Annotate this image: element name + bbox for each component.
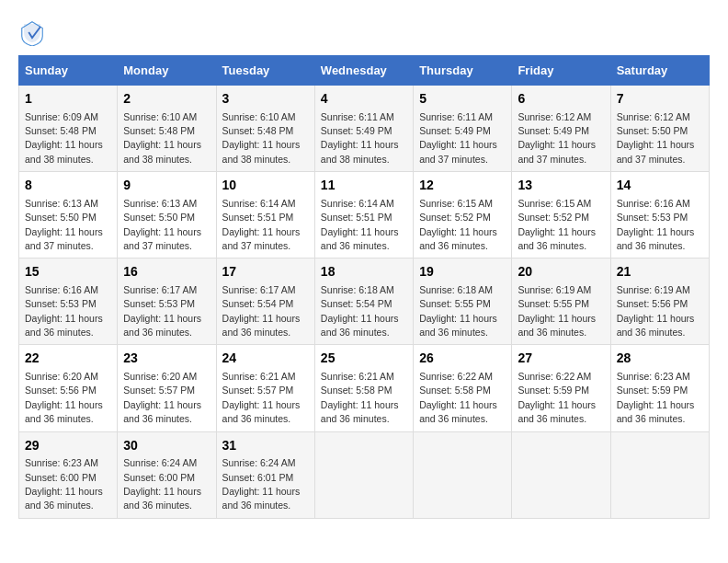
calendar-cell xyxy=(314,431,413,518)
calendar-cell: 2Sunrise: 6:10 AMSunset: 5:48 PMDaylight… xyxy=(118,86,216,172)
column-header-monday: Monday xyxy=(118,56,216,86)
daylight-text: Daylight: 11 hours and 36 minutes. xyxy=(123,486,201,511)
day-number: 28 xyxy=(617,350,703,368)
week-row-4: 22Sunrise: 6:20 AMSunset: 5:56 PMDayligh… xyxy=(19,345,710,431)
day-number: 25 xyxy=(321,350,407,368)
sunrise-text: Sunrise: 6:15 AM xyxy=(419,198,493,209)
week-row-5: 29Sunrise: 6:23 AMSunset: 6:00 PMDayligh… xyxy=(19,431,710,518)
daylight-text: Daylight: 11 hours and 36 minutes. xyxy=(321,313,399,338)
day-number: 21 xyxy=(617,263,703,282)
day-number: 29 xyxy=(25,437,111,455)
calendar-cell: 12Sunrise: 6:15 AMSunset: 5:52 PMDayligh… xyxy=(414,172,512,259)
logo xyxy=(18,18,50,46)
day-number: 26 xyxy=(419,350,506,368)
sunset-text: Sunset: 5:57 PM xyxy=(123,385,195,396)
sunrise-text: Sunrise: 6:16 AM xyxy=(25,284,98,295)
sunrise-text: Sunrise: 6:22 AM xyxy=(518,371,591,382)
sunset-text: Sunset: 5:48 PM xyxy=(123,125,195,136)
daylight-text: Daylight: 11 hours and 36 minutes. xyxy=(222,313,301,338)
sunset-text: Sunset: 5:51 PM xyxy=(321,212,392,223)
calendar-cell: 21Sunrise: 6:19 AMSunset: 5:56 PMDayligh… xyxy=(610,259,709,345)
sunset-text: Sunset: 5:59 PM xyxy=(617,385,688,396)
daylight-text: Daylight: 11 hours and 36 minutes. xyxy=(617,399,695,424)
calendar-cell xyxy=(610,431,709,518)
calendar-cell xyxy=(414,431,512,518)
sunset-text: Sunset: 5:57 PM xyxy=(222,385,294,396)
calendar-cell: 5Sunrise: 6:11 AMSunset: 5:49 PMDaylight… xyxy=(414,86,512,172)
sunset-text: Sunset: 5:50 PM xyxy=(123,212,195,223)
sunset-text: Sunset: 5:48 PM xyxy=(25,125,97,136)
daylight-text: Daylight: 11 hours and 37 minutes. xyxy=(518,139,596,164)
day-number: 15 xyxy=(25,263,111,282)
column-header-friday: Friday xyxy=(512,56,610,86)
header-row: SundayMondayTuesdayWednesdayThursdayFrid… xyxy=(19,56,710,86)
sunset-text: Sunset: 5:53 PM xyxy=(617,212,688,223)
sunset-text: Sunset: 6:01 PM xyxy=(222,472,294,483)
calendar-cell: 7Sunrise: 6:12 AMSunset: 5:50 PMDaylight… xyxy=(610,86,709,172)
daylight-text: Daylight: 11 hours and 36 minutes. xyxy=(518,313,596,338)
calendar-cell: 26Sunrise: 6:22 AMSunset: 5:58 PMDayligh… xyxy=(414,345,512,431)
calendar-cell xyxy=(512,431,610,518)
calendar-cell: 16Sunrise: 6:17 AMSunset: 5:53 PMDayligh… xyxy=(118,259,216,345)
sunrise-text: Sunrise: 6:24 AM xyxy=(123,457,197,468)
day-number: 9 xyxy=(123,177,210,195)
day-number: 14 xyxy=(617,177,703,195)
daylight-text: Daylight: 11 hours and 37 minutes. xyxy=(419,139,497,164)
daylight-text: Daylight: 11 hours and 38 minutes. xyxy=(321,139,399,164)
day-number: 20 xyxy=(518,263,604,282)
daylight-text: Daylight: 11 hours and 37 minutes. xyxy=(617,139,695,164)
day-number: 18 xyxy=(321,263,407,282)
sunrise-text: Sunrise: 6:12 AM xyxy=(617,111,690,122)
sunset-text: Sunset: 5:52 PM xyxy=(518,212,589,223)
daylight-text: Daylight: 11 hours and 36 minutes. xyxy=(222,486,301,511)
sunrise-text: Sunrise: 6:13 AM xyxy=(123,198,197,209)
sunrise-text: Sunrise: 6:17 AM xyxy=(123,284,197,295)
sunset-text: Sunset: 5:49 PM xyxy=(518,125,589,136)
sunset-text: Sunset: 5:53 PM xyxy=(123,298,195,309)
day-number: 6 xyxy=(518,90,604,109)
calendar-cell: 27Sunrise: 6:22 AMSunset: 5:59 PMDayligh… xyxy=(512,345,610,431)
sunrise-text: Sunrise: 6:18 AM xyxy=(321,284,394,295)
calendar-cell: 1Sunrise: 6:09 AMSunset: 5:48 PMDaylight… xyxy=(19,86,118,172)
calendar-cell: 6Sunrise: 6:12 AMSunset: 5:49 PMDaylight… xyxy=(512,86,610,172)
sunset-text: Sunset: 5:50 PM xyxy=(25,212,97,223)
calendar-cell: 19Sunrise: 6:18 AMSunset: 5:55 PMDayligh… xyxy=(414,259,512,345)
daylight-text: Daylight: 11 hours and 38 minutes. xyxy=(222,139,301,164)
calendar-table: SundayMondayTuesdayWednesdayThursdayFrid… xyxy=(18,55,710,519)
day-number: 5 xyxy=(419,90,506,109)
day-number: 13 xyxy=(518,177,604,195)
calendar-cell: 14Sunrise: 6:16 AMSunset: 5:53 PMDayligh… xyxy=(610,172,709,259)
calendar-cell: 29Sunrise: 6:23 AMSunset: 6:00 PMDayligh… xyxy=(19,431,118,518)
sunrise-text: Sunrise: 6:20 AM xyxy=(25,371,98,382)
calendar-cell: 25Sunrise: 6:21 AMSunset: 5:58 PMDayligh… xyxy=(314,345,413,431)
sunset-text: Sunset: 6:00 PM xyxy=(123,472,195,483)
sunrise-text: Sunrise: 6:22 AM xyxy=(419,371,493,382)
week-row-1: 1Sunrise: 6:09 AMSunset: 5:48 PMDaylight… xyxy=(19,86,710,172)
column-header-tuesday: Tuesday xyxy=(216,56,314,86)
sunset-text: Sunset: 5:51 PM xyxy=(222,212,294,223)
sunrise-text: Sunrise: 6:21 AM xyxy=(321,371,394,382)
sunrise-text: Sunrise: 6:11 AM xyxy=(419,111,493,122)
sunrise-text: Sunrise: 6:19 AM xyxy=(617,284,690,295)
sunrise-text: Sunrise: 6:18 AM xyxy=(419,284,493,295)
sunrise-text: Sunrise: 6:10 AM xyxy=(123,111,197,122)
sunset-text: Sunset: 5:56 PM xyxy=(25,385,97,396)
day-number: 10 xyxy=(222,177,309,195)
calendar-cell: 31Sunrise: 6:24 AMSunset: 6:01 PMDayligh… xyxy=(216,431,314,518)
day-number: 12 xyxy=(419,177,506,195)
sunset-text: Sunset: 5:49 PM xyxy=(321,125,392,136)
calendar-cell: 23Sunrise: 6:20 AMSunset: 5:57 PMDayligh… xyxy=(118,345,216,431)
day-number: 24 xyxy=(222,350,309,368)
day-number: 7 xyxy=(617,90,703,109)
daylight-text: Daylight: 11 hours and 36 minutes. xyxy=(617,226,695,251)
sunset-text: Sunset: 5:48 PM xyxy=(222,125,294,136)
sunrise-text: Sunrise: 6:23 AM xyxy=(617,371,690,382)
sunset-text: Sunset: 5:58 PM xyxy=(419,385,491,396)
column-header-wednesday: Wednesday xyxy=(314,56,413,86)
daylight-text: Daylight: 11 hours and 36 minutes. xyxy=(518,226,596,251)
daylight-text: Daylight: 11 hours and 37 minutes. xyxy=(222,226,301,251)
week-row-2: 8Sunrise: 6:13 AMSunset: 5:50 PMDaylight… xyxy=(19,172,710,259)
daylight-text: Daylight: 11 hours and 36 minutes. xyxy=(419,313,497,338)
sunrise-text: Sunrise: 6:12 AM xyxy=(518,111,591,122)
calendar-cell: 20Sunrise: 6:19 AMSunset: 5:55 PMDayligh… xyxy=(512,259,610,345)
